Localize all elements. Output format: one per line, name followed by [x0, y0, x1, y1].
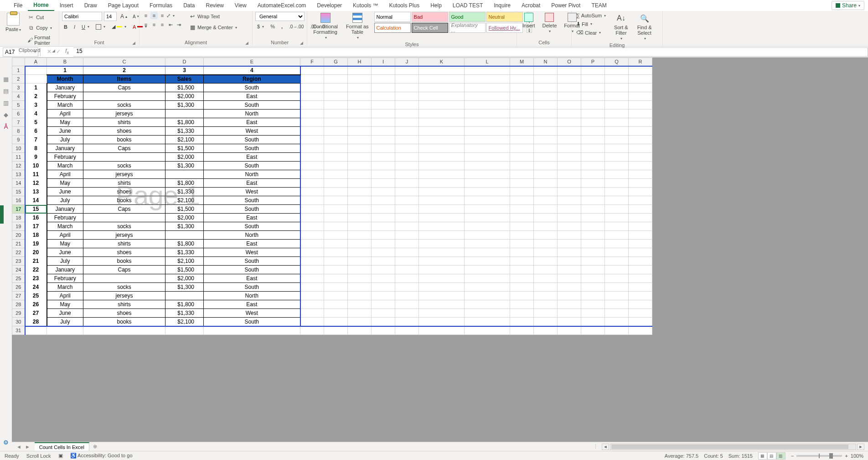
ribbon-tab-kutools-plus[interactable]: Kutools Plus	[383, 0, 425, 10]
cell-D8[interactable]: $1,330	[165, 127, 204, 136]
cell-A7[interactable]: 5	[25, 118, 47, 127]
cell-A10[interactable]: 8	[25, 144, 47, 153]
hscroll-left[interactable]: ◄	[602, 444, 609, 450]
cell-E18[interactable]: East	[204, 214, 300, 222]
cell-B7[interactable]: May	[47, 118, 83, 127]
align-right-button[interactable]: ≡	[159, 21, 166, 28]
rail-icon-1[interactable]: ▦	[2, 76, 10, 83]
fx-button[interactable]: fx	[65, 48, 69, 55]
column-header-G[interactable]: G	[324, 58, 348, 66]
ribbon-tab-help[interactable]: Help	[425, 0, 447, 10]
cell-D5[interactable]: $1,300	[165, 101, 204, 110]
cell-D30[interactable]: $2,100	[165, 318, 204, 326]
paste-button[interactable]: Paste	[3, 12, 24, 33]
header-num-1[interactable]: 1	[47, 66, 83, 75]
cell-E21[interactable]: East	[204, 240, 300, 248]
row-header-8[interactable]: 8	[12, 127, 25, 136]
underline-button[interactable]: U	[80, 23, 91, 31]
ribbon-tab-automateexcel-com[interactable]: AutomateExcel.com	[252, 0, 312, 10]
cell-C25[interactable]	[83, 274, 165, 283]
increase-indent-button[interactable]: ⇥	[175, 21, 182, 28]
cell-E12[interactable]: South	[204, 162, 300, 170]
cell-A27[interactable]: 25	[25, 292, 47, 300]
cell-B17[interactable]: January	[47, 205, 83, 214]
percent-button[interactable]: %	[269, 23, 277, 30]
column-header-A[interactable]: A	[25, 58, 47, 66]
cell-E10[interactable]: South	[204, 144, 300, 153]
ribbon-tab-inquire[interactable]: Inquire	[488, 0, 516, 10]
cell-D6[interactable]	[165, 110, 204, 118]
cell-C6[interactable]: jerseys	[83, 110, 165, 118]
ribbon-tab-kutools-[interactable]: Kutools ™	[347, 0, 383, 10]
cell-E24[interactable]: South	[204, 266, 300, 274]
row-header-18[interactable]: 18	[12, 214, 25, 222]
header-num-2[interactable]: 2	[83, 66, 165, 75]
cell-E28[interactable]: East	[204, 300, 300, 309]
cell-B18[interactable]: February	[47, 214, 83, 222]
zoom-slider[interactable]	[796, 455, 842, 457]
cell-A13[interactable]: 11	[25, 170, 47, 179]
cell-A24[interactable]: 22	[25, 266, 47, 274]
cell-C24[interactable]: Caps	[83, 266, 165, 274]
cell-B25[interactable]: February	[47, 274, 83, 283]
cell-E15[interactable]: West	[204, 188, 300, 196]
number-dialog-launcher[interactable]: ◢	[300, 41, 303, 45]
row-header-12[interactable]: 12	[12, 162, 25, 170]
ribbon-tab-insert[interactable]: Insert	[54, 0, 79, 10]
cell-C8[interactable]: shoes	[83, 127, 165, 136]
cell-A16[interactable]: 14	[25, 196, 47, 205]
decrease-indent-button[interactable]: ⇤	[167, 21, 174, 28]
ribbon-tab-power-pivot[interactable]: Power Pivot	[546, 0, 586, 10]
cell-B8[interactable]: June	[47, 127, 83, 136]
row-header-29[interactable]: 29	[12, 309, 25, 318]
fill-color-button[interactable]: ◢	[110, 23, 128, 31]
cell-E3[interactable]: South	[204, 84, 300, 92]
cell-D3[interactable]: $1,500	[165, 84, 204, 92]
row-header-14[interactable]: 14	[12, 179, 25, 188]
rail-icon-3[interactable]: ▥	[2, 99, 10, 107]
cell-E16[interactable]: South	[204, 196, 300, 205]
cell-D18[interactable]: $2,000	[165, 214, 204, 222]
align-bottom-button[interactable]: ≡	[159, 12, 166, 19]
column-header-D[interactable]: D	[165, 58, 204, 66]
cell-C17[interactable]: Caps	[83, 205, 165, 214]
merge-center-button[interactable]: ▦Merge & Center	[187, 23, 239, 32]
accounting-format-button[interactable]: $	[255, 23, 266, 30]
add-sheet-button[interactable]: ⊕	[89, 442, 101, 451]
row-header-3[interactable]: 3	[12, 84, 25, 92]
macro-record-icon[interactable]: ▣	[58, 453, 63, 459]
cell-E4[interactable]: East	[204, 92, 300, 101]
row-header-13[interactable]: 13	[12, 170, 25, 179]
copy-button[interactable]: ⧉Copy	[26, 23, 56, 32]
formula-input[interactable]: 15	[73, 47, 868, 57]
share-button[interactable]: Share▾	[832, 1, 864, 10]
rail-icon-2[interactable]: ▤	[2, 88, 10, 95]
italic-button[interactable]: I	[72, 23, 77, 31]
conditional-formatting-button[interactable]: Conditional Formatting	[310, 12, 341, 41]
cell-C29[interactable]: shoes	[83, 309, 165, 318]
cell-A26[interactable]: 24	[25, 283, 47, 292]
column-header-M[interactable]: M	[510, 58, 534, 66]
cell-D16[interactable]: $2,100	[165, 196, 204, 205]
cell-A9[interactable]: 7	[25, 136, 47, 144]
font-dialog-launcher[interactable]: ◢	[132, 41, 135, 45]
style-normal[interactable]: Normal	[374, 12, 411, 22]
cell-C21[interactable]: shirts	[83, 240, 165, 248]
cell-A22[interactable]: 20	[25, 248, 47, 257]
row-header-5[interactable]: 5	[12, 101, 25, 110]
row-header-11[interactable]: 11	[12, 153, 25, 162]
row-header-27[interactable]: 27	[12, 292, 25, 300]
table-header-region[interactable]: Region	[204, 75, 300, 84]
cell-B24[interactable]: January	[47, 266, 83, 274]
cell-E17[interactable]: South	[204, 205, 300, 214]
cell-E30[interactable]: South	[204, 318, 300, 326]
view-normal-button[interactable]: ▦	[758, 452, 767, 460]
align-left-button[interactable]: ≡	[142, 21, 150, 28]
cell-E7[interactable]: East	[204, 118, 300, 127]
column-header-J[interactable]: J	[395, 58, 419, 66]
increase-decimal-button[interactable]: .0→.00	[287, 23, 305, 30]
cell-C30[interactable]: books	[83, 318, 165, 326]
cell-D22[interactable]: $1,330	[165, 248, 204, 257]
cell-D24[interactable]: $1,500	[165, 266, 204, 274]
cell-D13[interactable]	[165, 170, 204, 179]
